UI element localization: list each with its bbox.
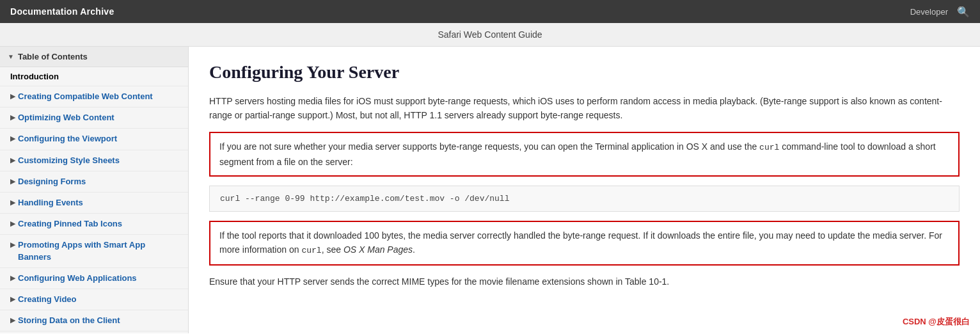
developer-link[interactable]: Developer (907, 7, 948, 17)
page-title: Safari Web Content Guide (438, 29, 542, 40)
developer-label: Developer (910, 7, 948, 17)
content-paragraph-1: HTTP servers hosting media files for iOS… (209, 94, 960, 123)
toc-triangle-icon: ▼ (8, 53, 14, 60)
arrow-icon: ▶ (10, 316, 15, 324)
search-button[interactable]: 🔍 (957, 6, 970, 18)
sidebar-item-label: Storing Data on the Client (18, 315, 120, 326)
sidebar-item-handling-events[interactable]: ▶ Handling Events (0, 193, 188, 214)
arrow-icon: ▶ (10, 241, 15, 249)
sidebar-item-label: Designing Forms (18, 176, 86, 187)
sidebar-item-customizing-style[interactable]: ▶ Customizing Style Sheets (0, 150, 188, 171)
main-layout: ▼ Table of Contents Introduction ▶ Creat… (0, 47, 980, 333)
sidebar-item-smart-app-banners[interactable]: ▶ Promoting Apps with Smart App Banners (0, 235, 188, 267)
arrow-icon: ▶ (10, 198, 15, 207)
sidebar-item-label: Creating Compatible Web Content (18, 91, 153, 102)
arrow-icon: ▶ (10, 274, 15, 282)
sidebar-item-configuring-web-apps[interactable]: ▶ Configuring Web Applications (0, 268, 188, 289)
sidebar-item-creating-compatible[interactable]: ▶ Creating Compatible Web Content (0, 86, 188, 107)
top-bar: Documentation Archive Developer 🔍 (0, 0, 980, 23)
highlight2-text-middle: , see (322, 244, 344, 255)
arrow-icon: ▶ (10, 113, 15, 122)
highlight1-text-before: If you are not sure whether your media s… (219, 141, 759, 152)
arrow-icon: ▶ (10, 92, 15, 100)
arrow-icon: ▶ (10, 177, 15, 186)
app-title: Documentation Archive (10, 6, 115, 17)
content-area: Configuring Your Server HTTP servers hos… (189, 47, 980, 333)
sidebar-item-label: Optimizing Web Content (18, 112, 115, 123)
highlighted-box-2: If the tool reports that it downloaded 1… (209, 221, 960, 266)
highlighted-box-1: If you are not sure whether your media s… (209, 132, 960, 177)
highlight2-code1: curl (301, 246, 321, 255)
highlight2-italic: OS X Man Pages (344, 244, 413, 255)
sidebar-item-label: Configuring the Viewport (18, 133, 117, 145)
sidebar-item-optimizing[interactable]: ▶ Optimizing Web Content (0, 107, 188, 129)
sidebar-item-label: Handling Events (18, 197, 83, 209)
top-bar-right: Developer 🔍 (907, 6, 970, 18)
watermark: CSDN @皮蛋很白 (903, 316, 970, 328)
sidebar-item-storing-data[interactable]: ▶ Storing Data on the Client (0, 310, 188, 331)
arrow-icon: ▶ (10, 295, 15, 303)
sidebar-item-label: Configuring Web Applications (18, 273, 137, 284)
sidebar-item-configuring-viewport[interactable]: ▶ Configuring the Viewport (0, 129, 188, 150)
sidebar-item-label: Creating Video (18, 294, 77, 305)
sidebar-item-label: Customizing Style Sheets (18, 155, 120, 166)
sidebar-item-label: Introduction (10, 72, 59, 81)
sidebar-item-creating-video[interactable]: ▶ Creating Video (0, 289, 188, 310)
content-heading: Configuring Your Server (209, 62, 960, 83)
page-title-bar: Safari Web Content Guide (0, 23, 980, 47)
arrow-icon: ▶ (10, 219, 15, 228)
content-paragraph-last: Ensure that your HTTP server sends the c… (209, 274, 960, 289)
toc-header[interactable]: ▼ Table of Contents (0, 47, 188, 67)
highlight2-text-after: . (413, 244, 415, 255)
sidebar: ▼ Table of Contents Introduction ▶ Creat… (0, 47, 189, 333)
toc-label: Table of Contents (18, 52, 88, 61)
arrow-icon: ▶ (10, 156, 15, 164)
highlight1-code1: curl (759, 143, 779, 152)
sidebar-item-introduction[interactable]: Introduction (0, 67, 188, 86)
arrow-icon: ▶ (10, 134, 15, 143)
code-block-text: curl --range 0-99 http://example.com/tes… (220, 194, 509, 203)
sidebar-item-pinned-tab[interactable]: ▶ Creating Pinned Tab Icons (0, 214, 188, 235)
sidebar-item-label: Creating Pinned Tab Icons (18, 218, 122, 230)
sidebar-item-label: Promoting Apps with Smart App Banners (18, 239, 180, 262)
code-block: curl --range 0-99 http://example.com/tes… (209, 186, 960, 212)
sidebar-item-designing-forms[interactable]: ▶ Designing Forms (0, 171, 188, 193)
